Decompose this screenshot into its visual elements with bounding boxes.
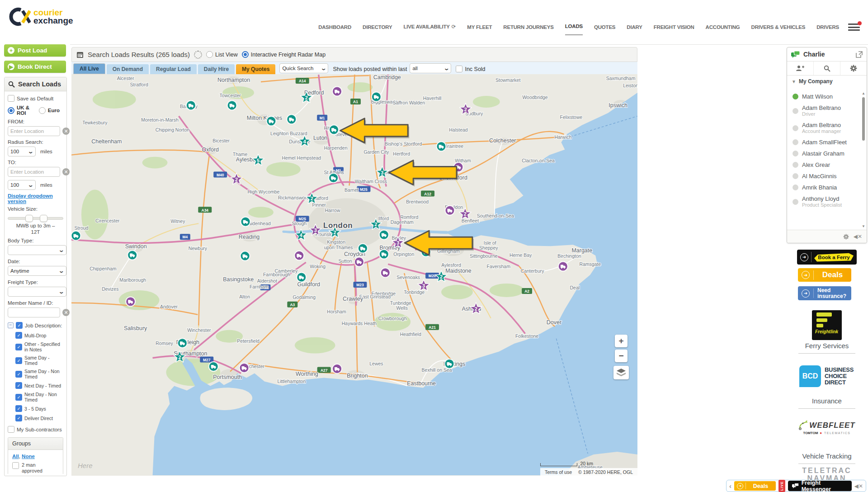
nav-drivers[interactable]: DRIVERS: [816, 24, 839, 35]
live-tab[interactable]: LIVE: [778, 480, 785, 492]
nav-dashboard[interactable]: DASHBOARD: [318, 24, 351, 35]
nav-quotes[interactable]: QUOTES: [594, 24, 615, 35]
job-item-checkbox[interactable]: ✓: [15, 394, 22, 401]
my-company-section[interactable]: ▼ My Company: [787, 76, 867, 87]
scroll-down-icon[interactable]: ▼: [862, 225, 865, 228]
load-marker[interactable]: [358, 244, 368, 253]
job-item-checkbox[interactable]: ✓: [15, 371, 22, 378]
collapse-icon[interactable]: −: [8, 322, 14, 328]
contact-row[interactable]: Alastair Graham: [787, 148, 861, 159]
freight-messenger-button[interactable]: Freight Messenger: [788, 481, 852, 491]
tab-all-live[interactable]: All Live: [73, 63, 105, 74]
load-marker[interactable]: [227, 100, 237, 110]
contact-row[interactable]: Adam BeltranoAccount manager: [787, 119, 861, 137]
load-marker[interactable]: [381, 268, 390, 278]
load-marker[interactable]: [186, 100, 196, 110]
terms-of-use-link[interactable]: Terms of use: [545, 469, 572, 475]
groups-none-link[interactable]: None: [22, 454, 35, 459]
inc-sold-checkbox[interactable]: [456, 66, 462, 72]
contact-row[interactable]: Matt Wilson: [787, 91, 861, 102]
tab-my-quotes[interactable]: My Quotes: [236, 64, 275, 74]
display-dropdown-version-link[interactable]: Display dropdown version: [8, 193, 63, 204]
load-marker[interactable]: [127, 251, 137, 260]
body-type-select[interactable]: ⌄: [8, 245, 66, 255]
tab-regular-load[interactable]: Regular Load: [150, 64, 197, 74]
book-direct-button[interactable]: ▶ Book Direct: [4, 61, 66, 73]
date-select[interactable]: Anytime ⌄: [8, 266, 66, 276]
load-marker[interactable]: [332, 86, 342, 96]
add-contact-button[interactable]: [787, 62, 814, 75]
job-item-checkbox[interactable]: ✓: [15, 415, 22, 421]
list-view-option[interactable]: List View: [206, 51, 238, 58]
job-item-checkbox[interactable]: ✓: [15, 344, 22, 350]
groups-all-link[interactable]: All: [12, 454, 19, 459]
load-marker[interactable]: [209, 362, 218, 371]
book-a-ferry-ad[interactable]: ➜ Book a Ferry: [797, 250, 857, 265]
job-item-checkbox[interactable]: ✓: [15, 357, 22, 364]
group-2man-checkbox[interactable]: [12, 462, 19, 469]
load-marker[interactable]: [178, 338, 187, 348]
inc-sold-option[interactable]: Inc Sold: [456, 66, 485, 72]
contact-row[interactable]: Anthony LloydProduct Specialist: [787, 193, 861, 210]
load-marker[interactable]: [266, 116, 276, 126]
clear-member-icon[interactable]: ✕: [62, 309, 70, 316]
freightlink-logo[interactable]: Freightlink: [812, 310, 842, 340]
need-insurance-ad[interactable]: ➜ Need insurance?: [798, 286, 851, 300]
load-marker[interactable]: [445, 206, 455, 215]
messenger-settings-button[interactable]: [840, 62, 867, 75]
load-marker[interactable]: [240, 363, 249, 373]
from-location-input[interactable]: [8, 126, 60, 136]
to-radius-select[interactable]: 100 ⌄: [8, 180, 36, 190]
contact-row[interactable]: Adam BeltranoDriver: [787, 102, 861, 119]
deals-dock-button[interactable]: ➜ Deals: [734, 481, 776, 491]
scrollbar-thumb[interactable]: [862, 97, 865, 141]
posted-within-select[interactable]: all ⌄: [410, 63, 451, 73]
job-item-checkbox[interactable]: ✓: [15, 405, 22, 412]
zoom-in-button[interactable]: +: [615, 335, 627, 347]
load-marker[interactable]: [354, 257, 364, 267]
job-description-checkbox[interactable]: ✓: [16, 322, 23, 329]
member-name-input[interactable]: [8, 308, 60, 317]
chevron-left-icon[interactable]: ‹: [729, 482, 731, 490]
load-marker[interactable]: [329, 125, 339, 134]
my-subcontractors-checkbox[interactable]: [8, 426, 14, 433]
nav-return-journeys[interactable]: RETURN JOURNEYS: [503, 24, 553, 35]
contact-row[interactable]: Adam SmallFleet: [787, 137, 861, 148]
job-item-checkbox[interactable]: ✓: [15, 332, 22, 339]
region-radio-euro[interactable]: [39, 107, 46, 114]
popout-icon[interactable]: [856, 51, 863, 58]
nav-accounting[interactable]: ACCOUNTING: [706, 24, 740, 35]
webfleet-ad[interactable]: WEBFLEET TOMTOM ● TELEMATICS: [790, 421, 863, 435]
slider-handle-max[interactable]: [40, 215, 47, 222]
load-marker[interactable]: [241, 251, 250, 261]
load-marker[interactable]: [437, 142, 446, 151]
nav-freight-vision[interactable]: FREIGHT VISION: [654, 24, 694, 35]
nav-directory[interactable]: DIRECTORY: [363, 24, 392, 35]
load-marker[interactable]: [294, 251, 304, 260]
contact-row[interactable]: Alex Grear: [787, 159, 861, 170]
search-contacts-button[interactable]: [814, 62, 840, 75]
mute-icon[interactable]: ◀✕: [854, 483, 863, 489]
from-radius-select[interactable]: 100 ⌄: [8, 147, 36, 156]
deals-ad[interactable]: ➜ Deals: [798, 268, 851, 282]
nav-loads[interactable]: LOADS: [565, 24, 583, 35]
load-marker[interactable]: [558, 262, 568, 271]
load-marker[interactable]: [71, 231, 80, 241]
post-load-button[interactable]: + Post Load: [4, 44, 66, 57]
freight-type-select[interactable]: ⌄: [8, 287, 66, 297]
save-as-default-checkbox[interactable]: [8, 95, 14, 102]
contact-row[interactable]: Amrik Bhania: [787, 182, 861, 193]
tab-daily-hire[interactable]: Daily Hire: [198, 64, 235, 74]
quick-search-select[interactable]: Quick Search ⌄: [279, 63, 328, 73]
hamburger-menu-icon[interactable]: [848, 24, 860, 32]
load-marker[interactable]: [241, 217, 250, 227]
region-radio-uk-roi[interactable]: [8, 107, 14, 114]
refresh-icon[interactable]: ⟳: [452, 24, 456, 29]
nav-drivers-vehicles[interactable]: DRIVERS & VEHICLES: [751, 24, 806, 35]
mute-icon[interactable]: ◀✕: [854, 233, 862, 240]
scroll-up-icon[interactable]: ▲: [862, 92, 865, 95]
load-marker[interactable]: [287, 114, 296, 124]
nav-diary[interactable]: DIARY: [627, 24, 642, 35]
radar-view-option[interactable]: Interactive Freight Radar Map: [242, 51, 326, 58]
load-marker[interactable]: [379, 250, 389, 259]
